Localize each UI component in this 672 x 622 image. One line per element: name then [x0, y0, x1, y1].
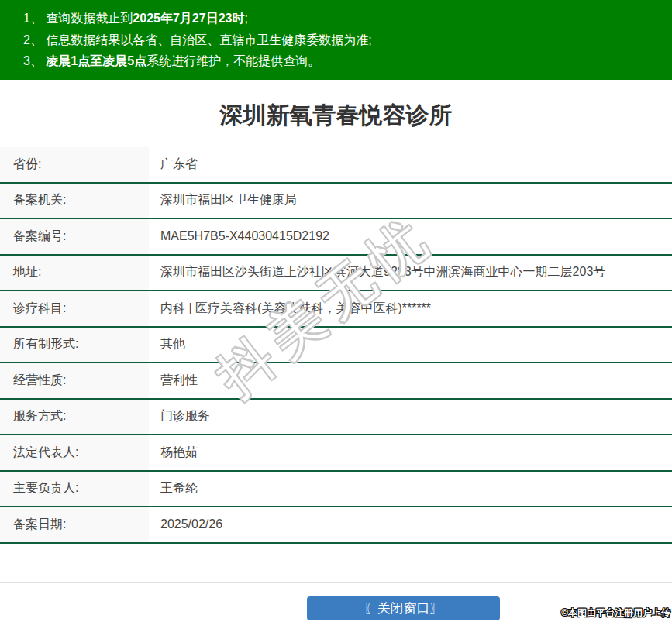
row-value: 深圳市福田区沙头街道上沙社区滨河大道9283号中洲滨海商业中心一期二层203号 [149, 256, 672, 290]
table-row-filing-authority: 备案机关: 深圳市福田区卫生健康局 [0, 184, 672, 220]
table-row-ownership: 所有制形式: 其他 [0, 328, 672, 364]
notice-line-1: 1、 查询数据截止到2025年7月27日23时; [23, 8, 664, 29]
row-label: 服务方式: [0, 400, 149, 435]
row-label: 经营性质: [0, 363, 149, 398]
row-value: 门诊服务 [149, 400, 672, 435]
row-value: 深圳市福田区卫生健康局 [149, 184, 672, 218]
table-row-filing-number: 备案编号: MAE5H7B5-X44030415D2192 [0, 219, 672, 256]
table-row-service-mode: 服务方式: 门诊服务 [0, 400, 672, 436]
row-label: 所有制形式: [0, 328, 149, 363]
row-value: 王希纶 [149, 472, 672, 507]
row-label: 备案编号: [0, 219, 149, 254]
row-value: 内科 | 医疗美容科(美容皮肤科，美容中医科)****** [149, 291, 672, 326]
row-label: 备案日期: [0, 507, 149, 542]
notice-3-suffix: 系统进行维护，不能提供查询。 [146, 54, 320, 67]
clinic-info-table: 省份: 广东省 备案机关: 深圳市福田区卫生健康局 备案编号: MAE5H7B5… [0, 147, 672, 544]
row-label: 省份: [0, 147, 149, 182]
table-row-legal-representative: 法定代表人: 杨艳茹 [0, 435, 672, 472]
footer-divider [0, 582, 672, 583]
notice-1-suffix: ; [244, 12, 247, 25]
row-value: 其他 [149, 328, 672, 363]
row-value: 营利性 [149, 363, 672, 398]
notice-1-bold: 2025年7月27日23时 [133, 12, 244, 25]
notice-3-bold: 凌晨1点至凌晨5点 [46, 54, 146, 67]
page-title: 深圳新氧青春悦容诊所 [0, 100, 672, 131]
notice-banner: 1、 查询数据截止到2025年7月27日23时; 2、 信息数据结果以各省、自治… [0, 0, 672, 80]
row-label: 主要负责人: [0, 472, 149, 507]
table-row-province: 省份: 广东省 [0, 147, 672, 184]
notice-1-text: 1、 查询数据截止到 [23, 12, 133, 25]
notice-line-2: 2、 信息数据结果以各省、自治区、直辖市卫生健康委数据为准; [23, 29, 664, 51]
row-label: 备案机关: [0, 184, 149, 218]
row-label: 法定代表人: [0, 435, 149, 470]
table-row-business-nature: 经营性质: 营利性 [0, 363, 672, 400]
close-window-button[interactable]: 〖关闭窗口〗 [307, 596, 500, 620]
row-value: 广东省 [149, 147, 672, 182]
table-row-main-person: 主要负责人: 王希纶 [0, 472, 672, 508]
row-value: MAE5H7B5-X44030415D2192 [149, 219, 672, 254]
notice-3-text: 3、 [23, 54, 46, 67]
row-value: 2025/02/26 [149, 507, 672, 542]
table-row-departments: 诊疗科目: 内科 | 医疗美容科(美容皮肤科，美容中医科)****** [0, 291, 672, 328]
row-value: 杨艳茹 [149, 435, 672, 470]
row-label: 诊疗科目: [0, 291, 149, 326]
notice-2-text: 2、 信息数据结果以各省、自治区、直辖市卫生健康委数据为准; [23, 33, 372, 46]
row-label: 地址: [0, 256, 149, 290]
copyright-watermark: ©本图由平台注册用户上传 [561, 607, 670, 620]
table-row-address: 地址: 深圳市福田区沙头街道上沙社区滨河大道9283号中洲滨海商业中心一期二层2… [0, 256, 672, 292]
table-row-filing-date: 备案日期: 2025/02/26 [0, 507, 672, 544]
notice-line-3: 3、 凌晨1点至凌晨5点系统进行维护，不能提供查询。 [23, 50, 664, 72]
